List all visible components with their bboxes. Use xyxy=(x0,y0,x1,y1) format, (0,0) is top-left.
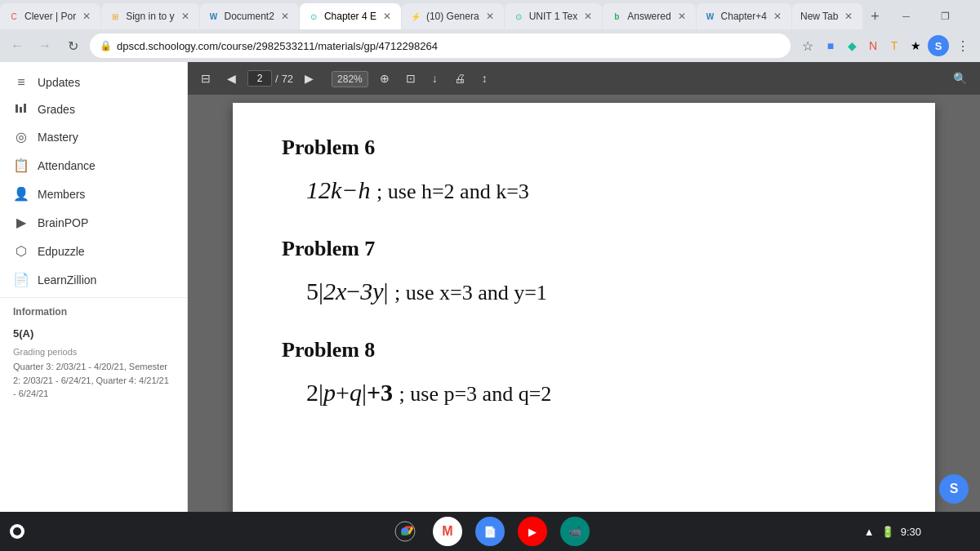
tab-close-clever[interactable]: ✕ xyxy=(81,9,92,24)
close-button[interactable]: ✕ xyxy=(965,2,980,31)
grades-icon xyxy=(13,103,29,116)
tab-favicon-chapter4: ⊙ xyxy=(308,11,319,22)
ext-icon-2[interactable]: ◆ xyxy=(843,37,861,55)
new-tab-button[interactable]: + xyxy=(863,5,886,28)
home-button[interactable] xyxy=(10,524,24,539)
svg-rect-1 xyxy=(20,107,22,113)
sidebar-item-grades[interactable]: Grades xyxy=(0,96,187,122)
pdf-page: Problem 6 12k−h ; use h=2 and k=3 Proble… xyxy=(233,103,935,551)
taskbar-meet[interactable]: 📹 xyxy=(560,517,590,546)
taskbar-docs[interactable]: 📄 xyxy=(475,517,505,546)
floating-user-avatar[interactable]: S xyxy=(939,474,969,504)
taskbar-wifi: ▲ xyxy=(864,526,875,538)
tab-clever[interactable]: C Clever | Por ✕ xyxy=(0,3,100,29)
grading-periods: Quarter 3: 2/03/21 - 4/20/21, Semester 2… xyxy=(13,360,174,401)
tab-favicon-clever: C xyxy=(8,11,20,22)
tab-close-chapter4w[interactable]: ✕ xyxy=(772,9,783,24)
tab-close-brainly[interactable]: ✕ xyxy=(676,9,688,24)
sidebar-label-mastery: Mastery xyxy=(38,131,78,144)
pdf-download[interactable]: ↓ xyxy=(427,70,443,87)
grade-label: 5(A) xyxy=(13,326,174,342)
star-icon[interactable]: ☆ xyxy=(797,35,818,56)
sidebar-item-learnzillion[interactable]: 📄 LearnZillion xyxy=(0,265,187,294)
tab-close-chapter4[interactable]: ✕ xyxy=(381,9,393,24)
tab-close-unit1[interactable]: ✕ xyxy=(582,9,594,24)
reload-button[interactable]: ↻ xyxy=(62,35,83,56)
problem-8-title: Problem 8 xyxy=(282,338,886,362)
browser-chrome: C Clever | Por ✕ ⊞ Sign in to y ✕ W Docu… xyxy=(0,0,980,62)
tab-close-newtab[interactable]: ✕ xyxy=(843,9,854,24)
taskbar-youtube[interactable]: ▶ xyxy=(518,517,547,546)
tab-genially[interactable]: ⚡ (10) Genera ✕ xyxy=(402,3,504,29)
tab-label-genially: (10) Genera xyxy=(426,11,479,22)
taskbar-gmail[interactable]: M xyxy=(433,517,462,546)
tab-newtab[interactable]: New Tab ✕ xyxy=(792,3,862,29)
minimize-button[interactable]: ─ xyxy=(887,2,924,31)
pdf-page-separator: / xyxy=(275,73,278,85)
tab-close-document[interactable]: ✕ xyxy=(279,9,291,24)
sidebar-item-attendance[interactable]: 📋 Attendance xyxy=(0,151,187,180)
tab-chapter4[interactable]: ⊙ Chapter 4 E ✕ xyxy=(300,3,401,29)
tab-label-clever: Clever | Por xyxy=(24,11,76,22)
attendance-icon: 📋 xyxy=(13,158,29,173)
ext-icon-3[interactable]: N xyxy=(864,37,882,55)
pdf-zoom-in[interactable]: ⊕ xyxy=(375,70,394,87)
taskbar-chrome[interactable] xyxy=(390,517,420,546)
sidebar-label-members: Members xyxy=(38,188,85,201)
sidebar-label-learnzillion: LearnZillion xyxy=(38,273,96,287)
pdf-next-page[interactable]: ▶ xyxy=(300,70,318,87)
tab-favicon-brainly: b xyxy=(611,11,622,22)
sidebar-label-updates: Updates xyxy=(38,76,80,89)
tab-favicon-document: W xyxy=(208,11,220,22)
ext-icon-4[interactable]: T xyxy=(885,37,903,55)
tab-label-unit1: UNIT 1 Tex xyxy=(529,11,578,22)
tab-unit1[interactable]: ⊙ UNIT 1 Tex ✕ xyxy=(505,3,603,29)
problem-6-instruction: ; use h=2 and k=3 xyxy=(376,180,529,203)
pdf-more[interactable]: ↕ xyxy=(477,70,492,87)
tab-brainly[interactable]: b Answered ✕ xyxy=(603,3,695,29)
maximize-button[interactable]: ❐ xyxy=(926,2,964,31)
tab-label-brainly: Answered xyxy=(627,11,670,22)
menu-icon[interactable]: ⋮ xyxy=(952,35,973,56)
ext-icon-5[interactable]: ★ xyxy=(906,37,924,55)
forward-button[interactable]: → xyxy=(34,35,56,56)
problem-7-instruction: ; use x=3 and y=1 xyxy=(394,281,547,304)
pdf-viewer[interactable]: Problem 6 12k−h ; use h=2 and k=3 Proble… xyxy=(188,95,980,551)
members-icon: 👤 xyxy=(13,186,29,202)
tab-chapter4w[interactable]: W Chapter+4 ✕ xyxy=(697,3,791,29)
avatar-initial: S xyxy=(950,482,959,496)
sidebar-item-members[interactable]: 👤 Members xyxy=(0,180,187,208)
ext-icon-1[interactable]: ■ xyxy=(822,37,840,55)
pdf-fit-page[interactable]: ⊡ xyxy=(401,70,421,87)
sidebar-item-updates[interactable]: ≡ Updates xyxy=(0,69,187,96)
sidebar-label-attendance: Attendance xyxy=(38,159,96,172)
problem-8-math: 2|p+q|+3 xyxy=(306,379,399,406)
pdf-zoom-value: 282% xyxy=(332,71,368,86)
tab-close-signin[interactable]: ✕ xyxy=(180,9,191,24)
sidebar-grade-info: 5(A) Grading periods Quarter 3: 2/03/21 … xyxy=(0,321,187,406)
back-button[interactable]: ← xyxy=(7,35,28,56)
sidebar-item-edpuzzle[interactable]: ⬡ Edpuzzle xyxy=(0,237,187,265)
tab-document[interactable]: W Document2 ✕ xyxy=(200,3,299,29)
pdf-prev-page[interactable]: ◀ xyxy=(222,70,241,87)
profile-avatar[interactable]: S xyxy=(928,35,949,56)
lock-icon: 🔒 xyxy=(100,40,112,51)
taskbar-time: 9:30 xyxy=(901,526,921,538)
mastery-icon: ◎ xyxy=(13,129,29,144)
learnzillion-icon: 📄 xyxy=(13,272,29,287)
tab-close-genially[interactable]: ✕ xyxy=(484,9,496,24)
sidebar-item-brainpop[interactable]: ▶ BrainPOP xyxy=(0,208,187,237)
problem-8-instruction: ; use p=3 and q=2 xyxy=(399,382,552,406)
pdf-toggle-sidebar[interactable]: ⊟ xyxy=(196,70,216,87)
pdf-search-icon[interactable]: 🔍 xyxy=(948,70,972,87)
sidebar-information-section: Information xyxy=(0,297,187,321)
url-bar[interactable]: 🔒 dpscd.schoology.com/course/2982533211/… xyxy=(90,33,791,58)
address-bar: ← → ↻ 🔒 dpscd.schoology.com/course/29825… xyxy=(0,29,980,62)
tab-signin[interactable]: ⊞ Sign in to y ✕ xyxy=(101,3,198,29)
pdf-page-input[interactable] xyxy=(247,70,272,87)
tab-favicon-signin: ⊞ xyxy=(109,11,121,22)
sidebar-item-mastery[interactable]: ◎ Mastery xyxy=(0,122,187,151)
svg-rect-2 xyxy=(24,104,26,113)
edpuzzle-icon: ⬡ xyxy=(13,243,29,259)
pdf-print[interactable]: 🖨 xyxy=(449,70,470,87)
